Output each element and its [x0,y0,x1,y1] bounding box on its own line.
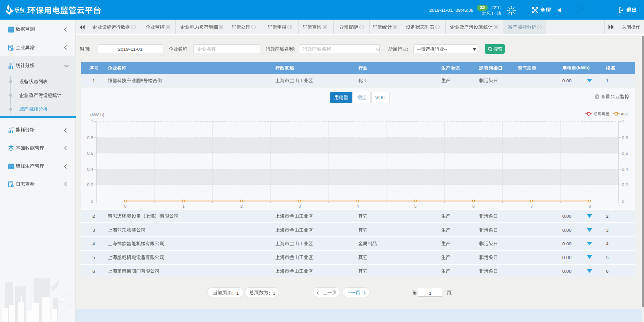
svg-text:0.8: 0.8 [87,135,93,140]
svg-text:0.2: 0.2 [622,182,628,187]
svg-text:1: 1 [622,119,624,124]
svg-text:0.6: 0.6 [622,151,628,156]
svg-text:1: 1 [182,204,185,209]
svg-text:0.4: 0.4 [622,167,628,172]
svg-text:3: 3 [298,204,301,209]
svg-text:8: 8 [588,204,591,209]
svg-text:0.4: 0.4 [87,167,93,172]
svg-text:0: 0 [622,199,624,204]
svg-text:2: 2 [240,204,243,209]
svg-text:0: 0 [124,204,127,209]
svg-text:7: 7 [530,204,533,209]
svg-text:1: 1 [91,119,93,124]
svg-text:4: 4 [356,204,359,209]
svg-text:0.2: 0.2 [87,182,93,187]
svg-text:0.6: 0.6 [87,151,93,156]
svg-text:(kW·h): (kW·h) [90,112,104,117]
svg-text:5: 5 [414,204,417,209]
svg-text:0.8: 0.8 [622,135,628,140]
svg-text:6: 6 [472,204,475,209]
svg-text:0: 0 [91,199,93,204]
svg-text:AQI: AQI [621,112,628,116]
